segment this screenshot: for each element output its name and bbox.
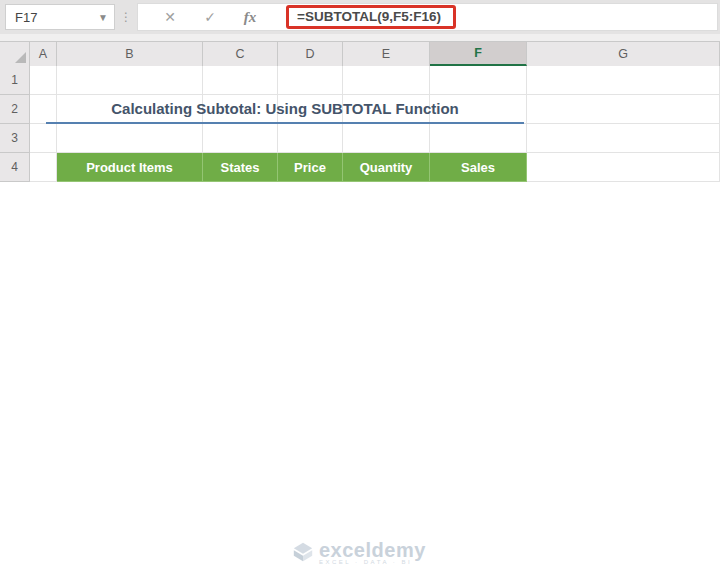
row-header-3[interactable]: 3: [0, 124, 30, 153]
cell-E3[interactable]: [343, 124, 430, 153]
cell-G2[interactable]: [527, 95, 720, 124]
name-box[interactable]: F17 ▼: [5, 4, 115, 30]
cell-A4[interactable]: [30, 153, 57, 182]
spreadsheet-app: F17 ▼ ⋮ ✕ ✓ fx =SUBTOTAL(9,F5:F16) ABCDE…: [0, 0, 720, 586]
cancel-icon[interactable]: ✕: [150, 9, 190, 25]
column-header-E[interactable]: E: [343, 42, 430, 66]
formula-bar-splitter: ⋮: [115, 10, 137, 24]
column-header-G[interactable]: G: [527, 42, 720, 66]
column-header-C[interactable]: C: [203, 42, 278, 66]
formula-bar: F17 ▼ ⋮ ✕ ✓ fx =SUBTOTAL(9,F5:F16): [0, 0, 720, 34]
row-header-4[interactable]: 4: [0, 153, 30, 182]
enter-icon[interactable]: ✓: [190, 9, 230, 25]
name-box-dropdown-icon[interactable]: ▼: [98, 12, 108, 23]
cell-F3[interactable]: [430, 124, 527, 153]
column-header-F[interactable]: F: [430, 42, 527, 66]
sheet-title: Calculating Subtotal: Using SUBTOTAL Fun…: [46, 95, 524, 124]
column-header-A[interactable]: A: [30, 42, 57, 66]
cell-C1[interactable]: [203, 66, 278, 95]
cell-A3[interactable]: [30, 124, 57, 153]
cell-G1[interactable]: [527, 66, 720, 95]
table-header-product-items[interactable]: Product Items: [57, 153, 203, 182]
watermark-tagline: EXCEL · DATA · BI: [319, 559, 426, 565]
cell-B3[interactable]: [57, 124, 203, 153]
cell-E1[interactable]: [343, 66, 430, 95]
cell-A1[interactable]: [30, 66, 57, 95]
toolbar-gap: [0, 34, 720, 42]
cell-C3[interactable]: [203, 124, 278, 153]
column-headers: ABCDEFG: [0, 42, 720, 66]
select-all-corner[interactable]: [0, 42, 30, 66]
sheet-grid: Calculating Subtotal: Using SUBTOTAL Fun…: [0, 66, 720, 182]
table-header-sales[interactable]: Sales: [430, 153, 527, 182]
table-header-states[interactable]: States: [203, 153, 278, 182]
sheet-row-1: 1: [0, 66, 720, 95]
cell-D1[interactable]: [278, 66, 343, 95]
watermark-brand: exceldemy: [319, 539, 426, 562]
table-header-price[interactable]: Price: [278, 153, 343, 182]
sheet-row-4: 4Product ItemsStatesPriceQuantitySales: [0, 153, 720, 182]
row-header-1[interactable]: 1: [0, 66, 30, 95]
cell-G4[interactable]: [527, 153, 720, 182]
row-header-2[interactable]: 2: [0, 95, 30, 124]
name-box-value: F17: [15, 10, 37, 25]
sheet-row-3: 3: [0, 124, 720, 153]
exceldemy-logo-icon: [292, 541, 314, 563]
column-header-B[interactable]: B: [57, 42, 203, 66]
table-header-quantity[interactable]: Quantity: [343, 153, 430, 182]
cell-D3[interactable]: [278, 124, 343, 153]
cell-F1[interactable]: [430, 66, 527, 95]
formula-input-area[interactable]: ✕ ✓ fx =SUBTOTAL(9,F5:F16): [137, 3, 718, 31]
cell-G3[interactable]: [527, 124, 720, 153]
cell-B1[interactable]: [57, 66, 203, 95]
insert-function-icon[interactable]: fx: [230, 9, 270, 26]
column-header-D[interactable]: D: [278, 42, 343, 66]
watermark: exceldemy EXCEL · DATA · BI: [292, 539, 482, 565]
formula-text-highlight[interactable]: =SUBTOTAL(9,F5:F16): [286, 5, 456, 29]
